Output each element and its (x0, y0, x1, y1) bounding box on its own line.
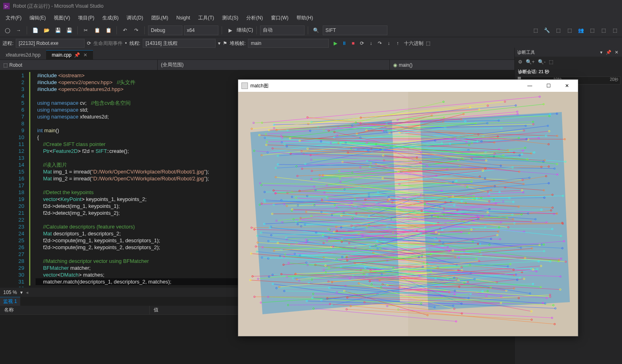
watch-col-name[interactable]: 名称 (0, 306, 150, 314)
line-number: 17 (0, 182, 24, 189)
line-number: 25 (0, 237, 24, 244)
separator (27, 26, 27, 34)
match-lines-svg (238, 92, 578, 336)
pin-icon[interactable]: 📌 (605, 50, 613, 55)
save-all-icon[interactable]: 💾 (64, 25, 74, 35)
line-number: 31 (0, 278, 24, 285)
menu-item[interactable]: 帮助(H) (292, 13, 317, 23)
flag-icon[interactable]: ⚑ (223, 40, 227, 46)
step-into-icon[interactable]: ↓ (385, 39, 393, 47)
thread-combo[interactable]: [14316] 主线程 (143, 39, 216, 48)
continue-icon[interactable]: ▶ (225, 25, 235, 35)
tool-icon[interactable]: 🔧 (542, 25, 552, 35)
nav-back-icon[interactable]: ◯ (2, 25, 12, 35)
line-number: 27 (0, 251, 24, 258)
lifecycle-icon[interactable]: ⟳ (87, 40, 91, 46)
paste-icon[interactable]: 📋 (104, 25, 113, 35)
cube-icon: ⬚ (3, 62, 8, 68)
save-icon[interactable]: 💾 (53, 25, 63, 35)
nav-scope[interactable]: (全局范围) (158, 60, 390, 70)
line-number: 18 (0, 189, 24, 196)
separator (116, 26, 117, 34)
line-number: 12 (0, 148, 24, 154)
tool-icon[interactable]: ⬚ (587, 25, 597, 35)
zoom-out-icon[interactable]: 🔍- (538, 59, 546, 65)
copy-icon[interactable]: 📋 (92, 25, 102, 35)
zoom-value[interactable]: 105 % (3, 290, 17, 295)
maximize-icon[interactable]: ☐ (539, 80, 558, 92)
menu-item[interactable]: 项目(P) (74, 13, 98, 23)
play-icon[interactable]: ▶ (331, 39, 339, 47)
menu-item[interactable]: 视图(V) (50, 13, 74, 23)
tool-icon[interactable]: ⬚ (553, 25, 563, 35)
tab-pin-icon[interactable]: 📌 (74, 52, 80, 58)
menu-item[interactable]: 窗口(W) (267, 13, 292, 23)
dropdown-icon[interactable]: ▾ (599, 50, 604, 55)
tool-icon[interactable]: ⬚ (565, 25, 574, 35)
line-number: 14 (0, 161, 24, 168)
menu-item[interactable]: 生成(B) (98, 13, 123, 23)
hex-toggle-icon[interactable]: ⬚ (426, 40, 430, 46)
gear-icon[interactable]: ⚙ (518, 59, 523, 65)
platform-combo[interactable]: x64 (184, 25, 218, 35)
line-number: 13 (0, 154, 24, 161)
new-file-icon[interactable]: 📄 (30, 25, 40, 35)
open-icon[interactable]: 📂 (42, 25, 51, 35)
tool-icon[interactable]: 👥 (576, 25, 586, 35)
cut-icon[interactable]: ✂ (81, 25, 91, 35)
editor-tab[interactable]: xfeatures2d.hpp (0, 50, 46, 59)
undo-icon[interactable]: ↶ (120, 25, 130, 35)
tab-close-icon[interactable]: ✕ (83, 52, 87, 58)
restart-icon[interactable]: ⟳ (358, 39, 366, 47)
menu-item[interactable]: 调试(D) (123, 13, 147, 23)
close-icon[interactable]: ✕ (558, 80, 576, 92)
menu-item[interactable]: 编辑(E) (25, 13, 50, 23)
diag-header: 诊断工具 ▾ 📌 ✕ (515, 48, 622, 57)
menu-item[interactable]: 文件(F) (2, 13, 25, 23)
step-icon[interactable]: ↓ (367, 39, 375, 47)
separator (222, 26, 222, 34)
menu-item[interactable]: Nsight (172, 13, 194, 22)
pause-icon[interactable]: ⏸ (340, 39, 348, 47)
line-number: 6 (0, 106, 24, 113)
redo-icon[interactable]: ↷ (131, 25, 141, 35)
line-number: 7 (0, 113, 24, 120)
run-mode-combo[interactable]: 自动 (260, 25, 305, 35)
menu-item[interactable]: 分析(N) (242, 13, 267, 23)
match-image (238, 92, 578, 336)
tool-icon[interactable]: ⬚ (599, 25, 608, 35)
nav-project[interactable]: ⬚ Robot (0, 60, 158, 70)
line-number: 3 (0, 86, 24, 93)
search-dropdown-icon[interactable]: 🔍 (311, 25, 321, 35)
minimize-icon[interactable]: — (520, 80, 539, 92)
nav-fwd-icon[interactable]: → (14, 25, 23, 35)
line-number: 23 (0, 223, 24, 230)
menubar: 文件(F)编辑(E)视图(V)项目(P)生成(B)调试(D)团队(M)Nsigh… (0, 12, 622, 23)
line-number: 24 (0, 230, 24, 237)
dropdown-icon[interactable]: ▾ (20, 290, 23, 295)
step-over-icon[interactable]: ↷ (376, 39, 384, 47)
reset-icon[interactable]: ⬚ (549, 59, 553, 65)
menu-item[interactable]: 团队(M) (147, 13, 172, 23)
line-number: 5 (0, 99, 24, 106)
continue-label[interactable]: 继续(C) (237, 27, 253, 34)
menu-item[interactable]: 工具(T) (194, 13, 218, 23)
tool-icon[interactable]: ⬚ (531, 25, 540, 35)
line-number: 20 (0, 203, 24, 210)
match-output-window: match图 — ☐ ✕ (238, 79, 578, 336)
menu-item[interactable]: 测试(S) (218, 13, 242, 23)
zoom-in-icon[interactable]: 🔍+ (526, 59, 535, 65)
search-combo[interactable]: SIFT (323, 25, 387, 35)
filter-icon[interactable]: ▾ (218, 40, 220, 46)
editor-tab[interactable]: main.cpp📌✕ (46, 50, 93, 59)
step-out-icon[interactable]: ↑ (394, 39, 402, 47)
config-combo[interactable]: Debug (148, 25, 182, 35)
close-icon[interactable]: ✕ (614, 50, 620, 55)
stop-icon[interactable]: ■ (349, 39, 357, 47)
tool-icon[interactable]: ⬚ (610, 25, 620, 35)
watch-tab[interactable]: 监视 1 (0, 297, 20, 306)
stackframe-combo[interactable]: main (248, 39, 329, 48)
process-combo[interactable]: [22132] Robot.exe (16, 39, 85, 48)
match-titlebar[interactable]: match图 — ☐ ✕ (238, 80, 578, 92)
separator (77, 26, 78, 34)
